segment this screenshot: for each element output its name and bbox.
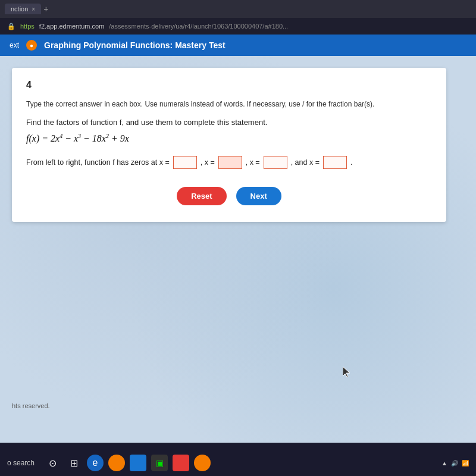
page-title: Graphing Polynomial Functions: Mastery T… — [44, 40, 226, 50]
reset-button[interactable]: Reset — [177, 187, 226, 205]
browser-chrome: nction × + — [0, 0, 476, 18]
answer-input-3[interactable] — [264, 156, 287, 169]
question-prompt: Find the factors of function f, and use … — [26, 118, 432, 127]
answer-input-2[interactable] — [218, 156, 242, 169]
period-text: . — [350, 158, 352, 167]
equation-text: f(x) = 2x4 − x3 − 18x2 + 9x — [26, 133, 129, 143]
comma-x-2: , x = — [246, 158, 260, 167]
taskbar-icon-grid[interactable]: ⊞ — [65, 455, 82, 471]
comma-x-1: , x = — [201, 158, 215, 167]
address-path: /assessments-delivery/ua/r4/launch/1063/… — [109, 23, 288, 30]
tab-label: nction — [11, 5, 28, 12]
address-domain: f2.app.edmentum.com — [39, 23, 104, 30]
question-instructions: Type the correct answer in each box. Use… — [26, 99, 432, 109]
system-tray: ▲ 🔊 📶 — [441, 460, 469, 466]
taskbar-icons: ⊙ ⊞ e ▣ — [44, 455, 211, 471]
lock-icon: 🔒 — [7, 23, 15, 30]
answer-input-1[interactable] — [173, 156, 197, 169]
footer-text: hts reserved. — [12, 402, 50, 409]
equation-display: f(x) = 2x4 − x3 − 18x2 + 9x — [26, 133, 432, 144]
answer-input-4[interactable] — [323, 156, 347, 169]
new-tab-button[interactable]: + — [43, 4, 48, 14]
taskbar-icon-app5[interactable] — [194, 455, 211, 471]
taskbar-icon-search[interactable]: ⊙ — [44, 455, 61, 471]
tab-bar: nction × + — [5, 4, 48, 14]
tab-close-button[interactable]: × — [32, 6, 35, 12]
header-icon: ● — [26, 40, 37, 51]
taskbar-icon-edge[interactable]: e — [87, 455, 104, 471]
taskbar-search-label: o search — [7, 459, 35, 467]
active-tab[interactable]: nction × — [5, 4, 41, 14]
button-row: Reset Next — [26, 187, 432, 205]
main-content: 4 Type the correct answer in each box. U… — [0, 56, 476, 443]
taskbar-icon-app2[interactable] — [130, 455, 146, 471]
taskbar: o search ⊙ ⊞ e ▣ ▲ 🔊 📶 — [0, 450, 476, 476]
address-bar: 🔒 https f2.app.edmentum.com /assessments… — [0, 18, 476, 35]
tray-network: 📶 — [462, 460, 469, 466]
tray-volume: 🔊 — [451, 460, 458, 466]
mouse-cursor — [343, 367, 351, 377]
https-label: https — [20, 23, 35, 30]
taskbar-icon-app4[interactable] — [173, 455, 189, 471]
answer-row: From left to right, function f has zeros… — [26, 156, 432, 169]
svg-marker-0 — [343, 367, 350, 377]
next-button[interactable]: Next — [236, 187, 281, 205]
tray-time: ▲ — [441, 460, 447, 466]
question-number: 4 — [26, 80, 432, 90]
page-header: ext ● Graphing Polynomial Functions: Mas… — [0, 35, 476, 56]
taskbar-icon-app3[interactable]: ▣ — [151, 455, 168, 471]
answer-prefix-text: From left to right, function f has zeros… — [26, 158, 170, 167]
question-card: 4 Type the correct answer in each box. U… — [12, 68, 446, 222]
and-x-text: , and x = — [291, 158, 320, 167]
back-label[interactable]: ext — [10, 41, 19, 49]
taskbar-icon-app1[interactable] — [108, 455, 125, 471]
